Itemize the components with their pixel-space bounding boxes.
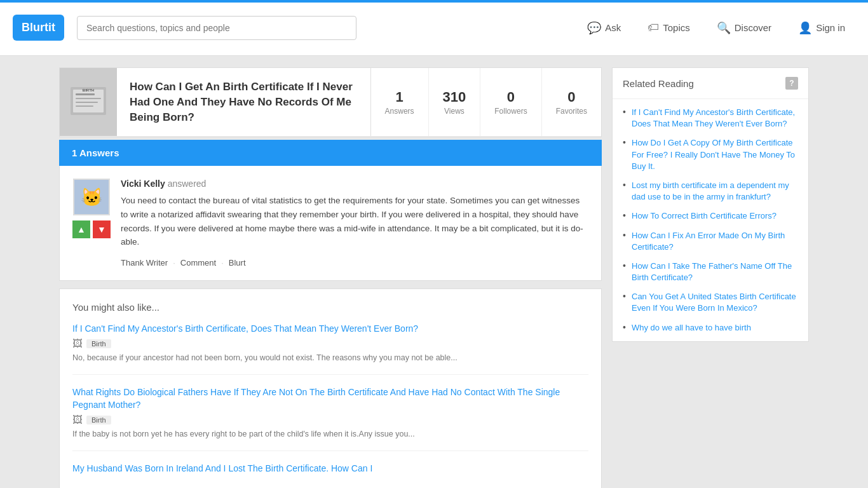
answered-text: answered (168, 179, 207, 189)
also-item-meta-1: 🖼 Birth (72, 414, 588, 426)
stat-followers-num: 0 (507, 89, 515, 105)
nav-signin[interactable]: 👤 Sign in (788, 16, 855, 40)
answer-left: 🐱 ▲ ▼ (72, 179, 111, 267)
svg-rect-3 (76, 98, 101, 99)
related-link-1[interactable]: How Do I Get A Copy Of My Birth Certific… (632, 137, 798, 172)
logo[interactable]: Blurtit (13, 15, 64, 41)
stat-favorites-label: Favorites (556, 107, 587, 116)
also-item-tag-0: Birth (86, 339, 111, 348)
nav-bar: 💬 Ask 🏷 Topics 🔍 Discover 👤 Sign in (577, 16, 855, 40)
answer-card: 🐱 ▲ ▼ Vicki Kelly answered You need to c… (59, 166, 602, 280)
also-item-link-0[interactable]: If I Can't Find My Ancestor's Birth Cert… (72, 323, 588, 336)
related-link-4[interactable]: How Can I Fix An Error Made On My Birth … (632, 230, 798, 253)
sidebar: Related Reading ? If I Can't Find My Anc… (612, 67, 809, 488)
related-link-5[interactable]: How Can I Take The Father's Name Off The… (632, 261, 798, 283)
also-item: If I Can't Find My Ancestor's Birth Cert… (72, 323, 588, 375)
question-card: BIRTH How Can I Get An Birth Certificate… (59, 67, 602, 137)
also-item-icon-0: 🖼 (72, 338, 83, 349)
blurt-link[interactable]: Blurt (229, 258, 246, 268)
also-item-meta-0: 🖼 Birth (72, 338, 588, 349)
also-item-snippet-0: No, because if your ancestor had not bee… (72, 352, 588, 364)
main-column: BIRTH How Can I Get An Birth Certificate… (59, 67, 602, 488)
svg-rect-1 (73, 90, 104, 112)
answer-body: You need to contact the bureau of vital … (121, 194, 588, 248)
svg-rect-2 (76, 93, 95, 95)
vote-down-button[interactable]: ▼ (93, 220, 111, 238)
ask-icon: 💬 (587, 21, 601, 35)
question-title-area: How Can I Get An Birth Certificate If I … (117, 68, 370, 136)
related-header: Related Reading ? (613, 68, 808, 99)
related-link-0[interactable]: If I Can't Find My Ancestor's Birth Cert… (632, 107, 798, 130)
related-item-6: Can You Get A United States Birth Certif… (623, 291, 798, 314)
also-like-title: You might also like... (72, 302, 588, 313)
main-container: BIRTH How Can I Get An Birth Certificate… (53, 67, 815, 488)
signin-icon: 👤 (798, 21, 812, 35)
related-link-6[interactable]: Can You Get A United States Birth Certif… (632, 291, 798, 314)
related-item-4: How Can I Fix An Error Made On My Birth … (623, 230, 798, 253)
stat-followers-label: Followers (494, 107, 527, 116)
help-icon[interactable]: ? (785, 77, 798, 90)
also-item-1: What Rights Do Biological Fathers Have I… (72, 386, 588, 451)
avatar-image: 🐱 (74, 180, 109, 214)
related-item-1: How Do I Get A Copy Of My Birth Certific… (623, 137, 798, 172)
question-icon: BIRTH (60, 68, 117, 136)
related-link-2[interactable]: Lost my birth certificate im a dependent… (632, 180, 798, 203)
vote-buttons: ▲ ▼ (72, 220, 111, 238)
related-list: If I Can't Find My Ancestor's Birth Cert… (613, 99, 808, 341)
stat-views-label: Views (444, 107, 465, 116)
also-item-tag-1: Birth (86, 416, 111, 424)
vote-up-button[interactable]: ▲ (72, 220, 90, 238)
related-card: Related Reading ? If I Can't Find My Anc… (612, 67, 809, 342)
nav-ask[interactable]: 💬 Ask (577, 16, 631, 40)
related-item-5: How Can I Take The Father's Name Off The… (623, 261, 798, 283)
header: Blurtit 💬 Ask 🏷 Topics 🔍 Discover 👤 Sign… (0, 0, 868, 56)
related-title: Related Reading (623, 78, 694, 89)
answer-actions: Thank Writer · Comment · Blurt (121, 258, 588, 268)
question-stats: 1 Answers 310 Views 0 Followers 0 Favori… (370, 68, 601, 136)
related-item-0: If I Can't Find My Ancestor's Birth Cert… (623, 107, 798, 130)
stat-answers: 1 Answers (371, 68, 429, 136)
discover-icon: 🔍 (717, 21, 731, 35)
stat-favorites-num: 0 (567, 89, 575, 105)
avatar: 🐱 (73, 179, 110, 215)
also-item-snippet-1: If the baby is not born yet he has every… (72, 428, 588, 440)
stat-views-num: 310 (443, 89, 466, 105)
stat-answers-label: Answers (385, 107, 414, 116)
also-item-link-1[interactable]: What Rights Do Biological Fathers Have I… (72, 386, 588, 411)
answers-header: 1 Answers (59, 140, 602, 166)
topics-icon: 🏷 (648, 21, 659, 34)
nav-signin-label: Sign in (816, 22, 845, 33)
thank-writer-link[interactable]: Thank Writer (121, 258, 168, 268)
question-header: BIRTH How Can I Get An Birth Certificate… (60, 68, 601, 137)
also-like-card: You might also like... If I Can't Find M… (59, 288, 602, 488)
related-link-3[interactable]: How To Correct Birth Certificate Errors? (632, 210, 798, 222)
related-item-7: Why do we all have to have birth (623, 322, 798, 334)
nav-topics-label: Topics (663, 22, 690, 33)
answer-right: Vicki Kelly answered You need to contact… (121, 179, 588, 267)
also-item-2: My Husband Was Born In Ireland And I Los… (72, 463, 588, 488)
nav-discover[interactable]: 🔍 Discover (707, 16, 782, 40)
nav-topics[interactable]: 🏷 Topics (637, 16, 700, 39)
answerer-name: Vicki Kelly answered (121, 179, 588, 189)
svg-rect-4 (76, 102, 98, 103)
certificate-icon: BIRTH (68, 82, 109, 123)
stat-favorites: 0 Favorites (542, 68, 601, 136)
related-item-2: Lost my birth certificate im a dependent… (623, 180, 798, 203)
nav-ask-label: Ask (605, 22, 621, 33)
nav-discover-label: Discover (735, 22, 771, 33)
comment-link[interactable]: Comment (180, 258, 216, 268)
related-item-3: How To Correct Birth Certificate Errors? (623, 210, 798, 222)
also-item-icon-1: 🖼 (72, 414, 83, 426)
svg-text:BIRTH: BIRTH (83, 88, 94, 92)
stat-views: 310 Views (429, 68, 481, 136)
related-link-7[interactable]: Why do we all have to have birth (632, 322, 798, 334)
stat-followers: 0 Followers (480, 68, 541, 136)
question-title: How Can I Get An Birth Certificate If I … (130, 79, 358, 125)
search-input[interactable] (77, 16, 356, 40)
svg-rect-5 (76, 105, 93, 107)
stat-answers-num: 1 (395, 89, 403, 105)
also-item-link-2[interactable]: My Husband Was Born In Ireland And I Los… (72, 463, 588, 475)
